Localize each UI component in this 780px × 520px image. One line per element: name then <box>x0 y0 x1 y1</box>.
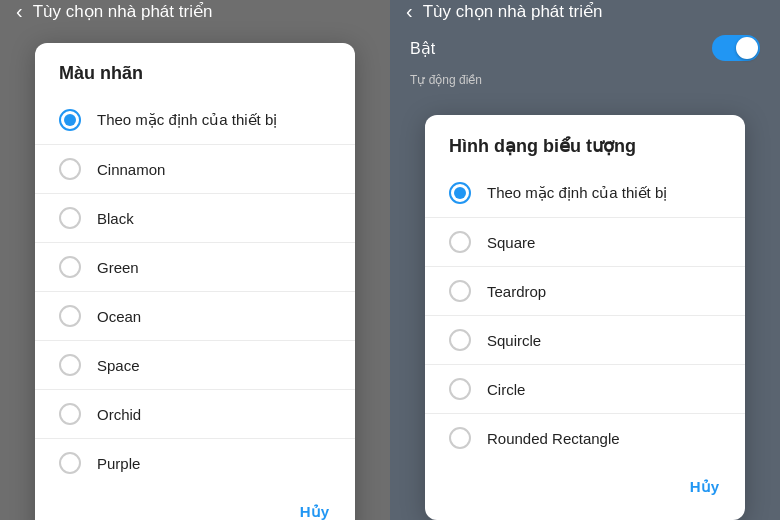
right-panel-title: Tùy chọn nhà phát triển <box>423 1 603 22</box>
right-radio-1 <box>449 231 471 253</box>
right-radio-2 <box>449 280 471 302</box>
setting-row-bat: Bật <box>390 23 780 73</box>
left-radio-4 <box>59 305 81 327</box>
left-option-label-2: Black <box>97 210 134 227</box>
right-option-label-3: Squircle <box>487 332 541 349</box>
left-option-5[interactable]: Space <box>35 340 355 389</box>
left-option-6[interactable]: Orchid <box>35 389 355 438</box>
left-radio-6 <box>59 403 81 425</box>
left-option-label-7: Purple <box>97 455 140 472</box>
right-option-0[interactable]: Theo mặc định của thiết bị <box>425 169 745 217</box>
left-option-2[interactable]: Black <box>35 193 355 242</box>
left-radio-2 <box>59 207 81 229</box>
right-radio-3 <box>449 329 471 351</box>
right-option-label-5: Rounded Rectangle <box>487 430 620 447</box>
left-option-label-0: Theo mặc định của thiết bị <box>97 111 277 129</box>
right-panel: ‹ Tùy chọn nhà phát triển Bật Tự động đi… <box>390 0 780 520</box>
left-option-label-5: Space <box>97 357 140 374</box>
left-cancel-button[interactable]: Hủy <box>290 495 339 520</box>
left-radio-0 <box>59 109 81 131</box>
left-option-3[interactable]: Green <box>35 242 355 291</box>
left-option-label-4: Ocean <box>97 308 141 325</box>
right-option-5[interactable]: Rounded Rectangle <box>425 413 745 462</box>
left-dialog: Màu nhãn Theo mặc định của thiết bịCinna… <box>35 43 355 520</box>
bat-toggle[interactable] <box>712 35 760 61</box>
left-option-label-3: Green <box>97 259 139 276</box>
right-option-label-0: Theo mặc định của thiết bị <box>487 184 667 202</box>
left-option-4[interactable]: Ocean <box>35 291 355 340</box>
left-option-0[interactable]: Theo mặc định của thiết bị <box>35 96 355 144</box>
left-option-7[interactable]: Purple <box>35 438 355 487</box>
right-back-arrow[interactable]: ‹ <box>406 0 413 23</box>
toggle-knob <box>736 37 758 59</box>
left-option-1[interactable]: Cinnamon <box>35 144 355 193</box>
left-panel-title: Tùy chọn nhà phát triển <box>33 1 213 22</box>
left-back-arrow[interactable]: ‹ <box>16 0 23 23</box>
right-header: ‹ Tùy chọn nhà phát triển <box>390 0 780 23</box>
right-option-4[interactable]: Circle <box>425 364 745 413</box>
right-dialog-footer: Hủy <box>425 462 745 512</box>
right-option-label-4: Circle <box>487 381 525 398</box>
left-radio-5 <box>59 354 81 376</box>
left-dialog-footer: Hủy <box>35 487 355 520</box>
left-option-label-1: Cinnamon <box>97 161 165 178</box>
left-panel: ‹ Tùy chọn nhà phát triển Màu nhãn Theo … <box>0 0 390 520</box>
right-dialog-title: Hình dạng biểu tượng <box>425 135 745 169</box>
left-option-label-6: Orchid <box>97 406 141 423</box>
right-radio-0 <box>449 182 471 204</box>
right-cancel-button[interactable]: Hủy <box>680 470 729 504</box>
setting-bat-label: Bật <box>410 39 435 58</box>
right-radio-5 <box>449 427 471 449</box>
left-dialog-title: Màu nhãn <box>35 63 355 96</box>
left-header: ‹ Tùy chọn nhà phát triển <box>0 0 390 23</box>
right-dialog: Hình dạng biểu tượng Theo mặc định của t… <box>425 115 745 520</box>
left-radio-1 <box>59 158 81 180</box>
left-radio-7 <box>59 452 81 474</box>
right-radio-4 <box>449 378 471 400</box>
sub-label: Tự động điền <box>390 73 780 95</box>
right-option-label-1: Square <box>487 234 535 251</box>
right-option-3[interactable]: Squircle <box>425 315 745 364</box>
right-option-1[interactable]: Square <box>425 217 745 266</box>
right-option-label-2: Teardrop <box>487 283 546 300</box>
right-option-2[interactable]: Teardrop <box>425 266 745 315</box>
left-radio-3 <box>59 256 81 278</box>
